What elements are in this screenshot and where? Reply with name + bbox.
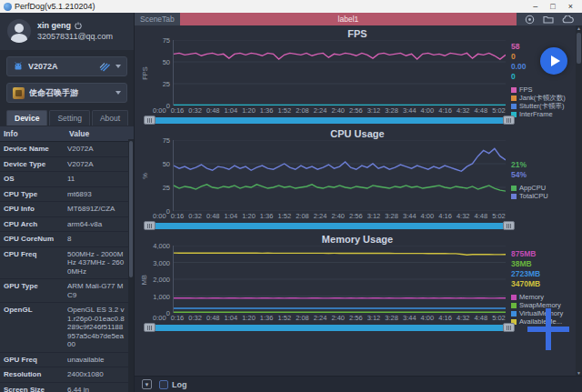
slider-track[interactable] bbox=[147, 223, 511, 229]
x-tick-label: 3:12 bbox=[367, 314, 381, 322]
legend-label: Memory bbox=[519, 293, 544, 301]
minimize-button[interactable]: – bbox=[533, 1, 537, 12]
maximize-button[interactable]: □ bbox=[550, 1, 555, 12]
time-range-slider[interactable] bbox=[147, 116, 511, 125]
tab-device[interactable]: Device bbox=[6, 110, 47, 126]
y-axis-label: FPS bbox=[141, 66, 149, 80]
x-tick-label: 0:48 bbox=[206, 314, 220, 322]
legend-label: Jank(卡顿次数) bbox=[519, 94, 566, 102]
wifi-mode-icon[interactable] bbox=[99, 62, 111, 72]
series-totalcpu bbox=[174, 148, 506, 171]
chart-right-gutter: 5800.000FPSJank(卡顿次数)Stutter(卡顿率)InterFr… bbox=[506, 40, 575, 106]
legend-item[interactable]: InterFrame bbox=[511, 110, 575, 118]
row-value: V2072A bbox=[65, 157, 134, 172]
y-tick-label: 75 bbox=[163, 136, 170, 145]
tab-setting[interactable]: Setting bbox=[49, 110, 89, 126]
time-range-slider[interactable] bbox=[147, 221, 511, 230]
cloud-icon[interactable] bbox=[562, 15, 574, 24]
location-marker-icon[interactable] bbox=[525, 15, 535, 25]
sidebar-tabs: DeviceSettingAbout bbox=[6, 110, 127, 126]
row-key: Device Type bbox=[0, 157, 65, 172]
x-tick-label: 4:16 bbox=[438, 106, 452, 115]
slider-track[interactable] bbox=[147, 117, 511, 124]
x-tick-label: 4:00 bbox=[421, 314, 435, 322]
current-value: 0 bbox=[511, 72, 575, 81]
x-tick-label: 1:04 bbox=[225, 314, 238, 322]
y-tick-label: 25 bbox=[163, 184, 170, 192]
plot-area[interactable] bbox=[173, 246, 506, 313]
crosshair-plus-icon[interactable] bbox=[527, 308, 569, 350]
scroll-down-icon[interactable]: ▼ bbox=[576, 370, 582, 376]
main-scrollbar[interactable]: ▲ ▼ bbox=[576, 25, 582, 376]
table-row: CPU Freq500MHz - 2000MHz 437MHz - 2600MH… bbox=[0, 247, 134, 280]
device-select[interactable]: V2072A bbox=[6, 56, 127, 76]
y-tick-label: 0 bbox=[166, 102, 170, 110]
row-value: 6.44 in bbox=[65, 383, 134, 392]
slider-handle-right[interactable] bbox=[503, 116, 515, 125]
x-tick-label: 0:16 bbox=[171, 314, 185, 322]
legend-item[interactable]: Jank(卡顿次数) bbox=[511, 94, 575, 102]
x-tick-label: 3:44 bbox=[403, 106, 416, 115]
y-tick-label: 50 bbox=[163, 58, 170, 66]
slider-handle-left[interactable] bbox=[144, 221, 156, 230]
x-tick-label: 2:08 bbox=[296, 106, 309, 115]
row-value: MT6891Z/CZA bbox=[65, 202, 134, 216]
slider-handle-right[interactable] bbox=[503, 221, 515, 230]
x-tick-label: 0:00 bbox=[153, 212, 166, 220]
legend-item[interactable]: TotalCPU bbox=[511, 192, 575, 200]
x-tick-label: 1:36 bbox=[260, 314, 274, 322]
folder-icon[interactable] bbox=[543, 15, 554, 24]
legend-label: TotalCPU bbox=[519, 192, 548, 200]
plot-area[interactable] bbox=[173, 40, 506, 106]
slider-handle-left[interactable] bbox=[144, 323, 156, 332]
legend-item[interactable]: Memory bbox=[511, 293, 575, 301]
x-tick-label: 2:24 bbox=[314, 314, 327, 322]
plot-area[interactable] bbox=[173, 140, 506, 211]
time-range-slider[interactable] bbox=[147, 323, 511, 332]
current-value: 875MB bbox=[511, 249, 575, 258]
x-tick-label: 4:32 bbox=[457, 106, 470, 115]
legend-item[interactable]: Stutter(卡顿率) bbox=[511, 102, 575, 110]
x-tick-label: 0:16 bbox=[171, 212, 185, 220]
x-tick-label: 1:36 bbox=[260, 106, 274, 115]
x-tick-label: 3:12 bbox=[367, 212, 381, 220]
tab-about[interactable]: About bbox=[92, 110, 128, 126]
chart-memory-usage: Memory UsageMB01,0002,0003,0004,000875MB… bbox=[140, 232, 575, 334]
x-tick-label: 1:04 bbox=[225, 106, 238, 115]
app-select[interactable]: 使命召唤手游 bbox=[6, 83, 127, 103]
x-tick-label: 4:48 bbox=[475, 314, 488, 322]
close-button[interactable]: × bbox=[568, 1, 573, 12]
chart-right-gutter: 875MB38MB2723MB3470MBMemorySwapMemoryVir… bbox=[506, 246, 575, 313]
row-key: CPU Freq bbox=[0, 247, 65, 279]
table-row: Device TypeV2072A bbox=[0, 157, 134, 173]
chevron-down-icon bbox=[115, 91, 121, 95]
x-tick-label: 4:00 bbox=[421, 212, 435, 220]
expand-panel-icon[interactable]: ▼ bbox=[142, 379, 152, 389]
table-row: Device NameV2072A bbox=[0, 142, 134, 157]
legend-item[interactable]: AppCPU bbox=[511, 184, 575, 192]
x-tick-label: 4:48 bbox=[475, 106, 488, 115]
table-scrollbar[interactable] bbox=[128, 139, 134, 392]
chart-title: FPS bbox=[140, 26, 575, 40]
x-tick-label: 1:04 bbox=[225, 212, 238, 220]
scene-tab-bar: SceneTab label1 bbox=[135, 13, 582, 25]
x-tick-label: 4:48 bbox=[475, 212, 488, 220]
x-tick-label: 2:56 bbox=[349, 314, 363, 322]
slider-track[interactable] bbox=[147, 325, 511, 331]
scroll-up-icon[interactable]: ▲ bbox=[576, 25, 582, 31]
scene-tab-label1[interactable]: label1 bbox=[180, 13, 517, 25]
row-value: mt6893 bbox=[65, 187, 134, 202]
legend-swatch bbox=[511, 87, 517, 93]
row-key: Resolution bbox=[0, 367, 65, 382]
slider-handle-left[interactable] bbox=[144, 116, 156, 125]
row-value: 500MHz - 2000MHz 437MHz - 2600MHz bbox=[65, 247, 134, 279]
log-checkbox[interactable]: Log bbox=[159, 380, 187, 389]
x-tick-label: 2:56 bbox=[349, 106, 363, 115]
x-tick-label: 4:32 bbox=[457, 212, 470, 220]
play-record-button[interactable] bbox=[540, 47, 567, 75]
logout-power-icon[interactable] bbox=[75, 22, 82, 29]
slider-handle-right[interactable] bbox=[503, 323, 515, 332]
row-key: CPU Type bbox=[0, 187, 65, 202]
table-row: CPU CoreNum8 bbox=[0, 232, 134, 247]
legend-item[interactable]: FPS bbox=[511, 85, 575, 94]
